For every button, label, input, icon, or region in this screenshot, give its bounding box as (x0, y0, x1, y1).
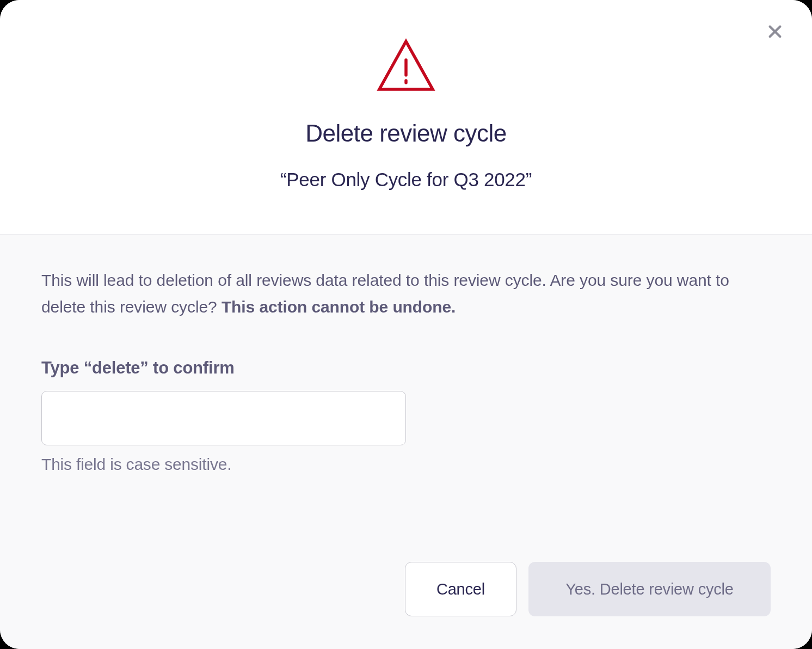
hint-text: This field is case sensitive. (41, 455, 771, 474)
modal-header: Delete review cycle “Peer Only Cycle for… (0, 0, 812, 235)
modal-subtitle: “Peer Only Cycle for Q3 2022” (33, 169, 779, 191)
modal-title: Delete review cycle (33, 120, 779, 147)
warning-triangle-icon (33, 38, 779, 93)
modal-body: This will lead to deletion of all review… (0, 235, 812, 649)
confirm-delete-button[interactable]: Yes. Delete review cycle (528, 562, 771, 616)
warning-text: This will lead to deletion of all review… (41, 267, 771, 320)
confirm-label: Type “delete” to confirm (41, 358, 771, 378)
warning-text-emphasis: This action cannot be undone. (222, 298, 456, 316)
delete-review-cycle-modal: Delete review cycle “Peer Only Cycle for… (0, 0, 812, 649)
confirm-input[interactable] (41, 391, 406, 445)
cancel-button[interactable]: Cancel (405, 562, 516, 616)
close-icon (766, 23, 784, 40)
modal-footer: Cancel Yes. Delete review cycle (41, 540, 771, 616)
close-button[interactable] (763, 20, 787, 44)
